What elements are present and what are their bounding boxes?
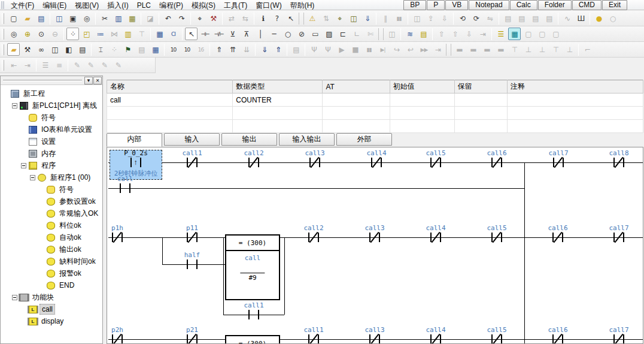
- symbol-col-header[interactable]: AT: [323, 80, 390, 93]
- menu-item-view[interactable]: 视图(V): [71, 1, 103, 10]
- symbol-col-header[interactable]: 名称: [107, 80, 233, 93]
- quick-button-p[interactable]: P: [427, 0, 445, 10]
- symbol-cell[interactable]: [390, 93, 454, 107]
- transfer-from-plc-icon[interactable]: ⟳: [470, 12, 482, 25]
- quick-button-folder[interactable]: Folder: [538, 0, 572, 10]
- view-monitor-icon[interactable]: ∞: [35, 43, 47, 56]
- toolbar-drag-handle[interactable]: [2, 13, 4, 24]
- symbol-cell[interactable]: [507, 93, 643, 107]
- tree-item-fb-call[interactable]: Lcall: [1, 303, 102, 315]
- menu-item-program[interactable]: 编程(P): [155, 1, 187, 10]
- binary-view-icon[interactable]: ▦: [149, 43, 162, 56]
- tree-item-section-input[interactable]: 常规输入OK: [1, 207, 102, 219]
- symbol-cell[interactable]: [507, 120, 643, 133]
- signed-decimal-icon[interactable]: 10: [181, 43, 193, 56]
- symbol-cell[interactable]: COUNTER: [233, 93, 323, 107]
- tree-item-symbols[interactable]: 符号: [1, 111, 102, 123]
- context-help-icon[interactable]: ↖: [284, 12, 297, 25]
- menu-item-file[interactable]: 文件(F): [7, 1, 38, 10]
- copy-icon[interactable]: ▥: [112, 12, 124, 25]
- menu-item-window[interactable]: 窗口(W): [251, 1, 285, 10]
- tree-item-program-symbols[interactable]: 符号: [1, 183, 102, 195]
- menu-item-simulation[interactable]: 模拟(S): [187, 1, 220, 10]
- tree-item-section-alarm[interactable]: 报警ok: [1, 267, 102, 279]
- monitor-warning-icon[interactable]: ⌖: [333, 12, 346, 25]
- local-symbols-icon[interactable]: ≔: [94, 28, 107, 40]
- new-project-icon[interactable]: ▰: [7, 43, 20, 56]
- symbol-cell[interactable]: [507, 107, 643, 120]
- comment-dialog-icon[interactable]: ▤: [417, 28, 430, 40]
- menu-drag-handle[interactable]: [1, 1, 4, 9]
- tree-item-fb-display[interactable]: Ldisplay: [1, 315, 102, 327]
- tab-output[interactable]: 输出: [221, 133, 277, 146]
- symbol-cell[interactable]: [454, 120, 507, 133]
- set-value-icon[interactable]: ⇑: [212, 43, 225, 56]
- tree-item-io-table[interactable]: IO表和单元设置: [1, 123, 102, 135]
- symbol-cell[interactable]: [323, 120, 390, 133]
- tree-item-section-output[interactable]: 输出ok: [1, 243, 102, 255]
- redo-icon[interactable]: ↷: [175, 12, 188, 25]
- tree-expander-icon[interactable]: [30, 175, 35, 180]
- quick-button-exit[interactable]: Exit: [602, 0, 627, 10]
- tree-item-plc-node[interactable]: 新PLC1[CP1H] 离线: [1, 99, 102, 111]
- symbol-col-header[interactable]: 初始值: [390, 80, 454, 93]
- tree-item-section-end[interactable]: END: [1, 279, 102, 291]
- print-preview-icon[interactable]: ◎: [80, 12, 93, 25]
- quick-button-bp[interactable]: BP: [403, 0, 426, 10]
- tree-item-programs[interactable]: 程序: [1, 159, 102, 171]
- menu-item-insert[interactable]: 插入(I): [103, 1, 132, 10]
- toolbar-drag-handle[interactable]: [2, 29, 4, 40]
- tab-input[interactable]: 输入: [164, 133, 220, 146]
- symbol-col-header[interactable]: 注释: [507, 80, 643, 93]
- tree-item-settings[interactable]: 设置: [1, 135, 102, 147]
- symbol-cell[interactable]: [390, 120, 454, 133]
- tree-item-section-auto[interactable]: 自动ok: [1, 231, 102, 243]
- symbol-cell[interactable]: call: [107, 93, 233, 107]
- print-icon[interactable]: ▣: [66, 12, 79, 25]
- compare-block-1[interactable]: = (300)call#9: [225, 234, 280, 300]
- find-icon[interactable]: ⌖: [193, 12, 206, 25]
- properties-icon[interactable]: ▤: [76, 43, 89, 56]
- instruction-box-icon[interactable]: ▭: [309, 28, 321, 40]
- symbol-cell[interactable]: [390, 107, 454, 120]
- zoom-tool-icon[interactable]: ◎: [7, 28, 20, 40]
- tree-expander-icon[interactable]: [21, 163, 26, 168]
- transfer-to-plc-icon[interactable]: ⟲: [456, 12, 469, 25]
- tree-expander-icon[interactable]: [12, 295, 17, 300]
- toolbar-drag-handle[interactable]: [2, 60, 4, 71]
- tab-external[interactable]: 外部: [336, 133, 392, 146]
- horizontal-line-icon[interactable]: ─: [268, 28, 280, 40]
- undo-icon[interactable]: ↶: [162, 12, 174, 25]
- unit-monitor-icon[interactable]: Ш: [575, 12, 587, 25]
- ci-dialog-icon[interactable]: CI: [167, 28, 180, 40]
- contact-no-icon[interactable]: ⊣⊢: [199, 28, 211, 40]
- cut-icon[interactable]: ✂: [98, 12, 111, 25]
- help-icon[interactable]: ?: [271, 12, 283, 25]
- symbol-cell[interactable]: [107, 120, 233, 133]
- symbol-cell[interactable]: [323, 107, 390, 120]
- symbol-dialog-icon[interactable]: ◰: [80, 28, 93, 40]
- about-icon[interactable]: ℹ: [257, 12, 269, 25]
- compile-icon[interactable]: ⌶: [94, 43, 107, 56]
- panel-dropdown-button[interactable]: ▼: [84, 77, 93, 85]
- symbol-col-header[interactable]: 数据类型: [233, 80, 323, 93]
- section-list-icon[interactable]: ▥: [121, 28, 134, 40]
- tree-item-project-root[interactable]: 新工程: [1, 87, 102, 99]
- panel-drag-groove[interactable]: [3, 80, 82, 82]
- quick-button-cmd[interactable]: CMD: [572, 0, 602, 10]
- save-icon[interactable]: ▤: [35, 12, 47, 25]
- contact-nc-icon[interactable]: ⊣/⊢: [212, 28, 225, 40]
- zoom-100-icon[interactable]: ⊙: [35, 28, 47, 40]
- new-file-icon[interactable]: ▢: [7, 12, 20, 25]
- panel-close-button[interactable]: ✕: [93, 77, 102, 85]
- tree-item-program-1[interactable]: 新程序1 (00): [1, 171, 102, 183]
- select-tool-icon[interactable]: ↖: [185, 28, 198, 40]
- fb-instance-viewer-icon[interactable]: ▦: [508, 28, 521, 40]
- zoom-in-icon[interactable]: ⊕: [21, 28, 34, 40]
- tab-internal[interactable]: 内部: [107, 133, 162, 147]
- output-window-icon[interactable]: ◧: [62, 43, 75, 56]
- or-contact-nc-icon[interactable]: ⊼: [240, 28, 253, 40]
- tree-item-function-blocks[interactable]: 功能块: [1, 291, 102, 303]
- symbol-col-header[interactable]: 保留: [454, 80, 507, 93]
- symbol-cell[interactable]: [233, 120, 323, 133]
